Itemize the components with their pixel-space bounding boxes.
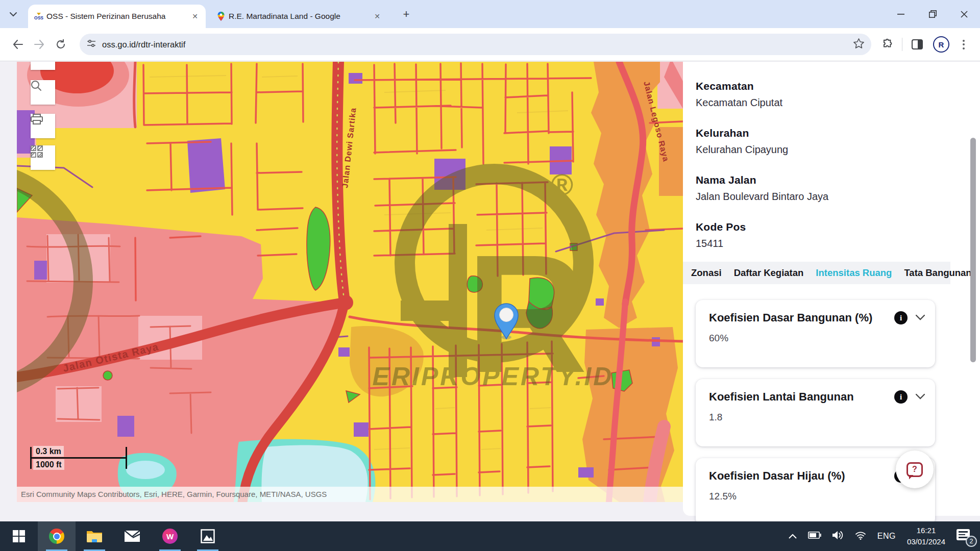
scale-ft-label: 1000 ft <box>33 459 64 470</box>
windows-taskbar: W ENG 16:21 03/01/2024 2 <box>0 521 980 551</box>
info-icon[interactable]: i <box>894 311 908 324</box>
system-tray: ENG 16:21 03/01/2024 2 <box>789 521 980 551</box>
back-button[interactable] <box>7 34 29 55</box>
oss-favicon: OSS <box>34 12 43 21</box>
browser-titlebar: OSS OSS - Sistem Perizinan Berusaha ✕ R.… <box>0 0 980 28</box>
taskbar-photos-icon[interactable] <box>189 521 227 551</box>
reload-button[interactable] <box>50 34 71 55</box>
close-window-button[interactable] <box>948 0 980 28</box>
scale-km-label: 0.3 km <box>33 446 64 457</box>
card-kdb: Koefisien Dasar Bangunan (%) i 60% <box>696 300 935 367</box>
profile-avatar[interactable]: R <box>933 36 949 53</box>
page-content: Jalan Otista Raya Jalan Dewi Sartika Jal… <box>0 62 980 521</box>
help-fab[interactable]: ? <box>896 450 934 488</box>
taskbar-wps-icon[interactable]: W <box>151 521 189 551</box>
svg-text:ERIPROPERTY.ID: ERIPROPERTY.ID <box>373 362 614 391</box>
side-panel-icon[interactable] <box>906 34 928 55</box>
tab-close-icon[interactable]: ✕ <box>372 11 383 22</box>
notification-badge: 2 <box>966 536 977 547</box>
url-text[interactable]: oss.go.id/rdtr-interaktif <box>102 40 853 49</box>
bookmark-star-icon[interactable] <box>853 38 864 51</box>
tab-intensitas-ruang[interactable]: Intensitas Ruang <box>816 267 892 279</box>
forward-button[interactable] <box>29 34 50 55</box>
map-zoom-button-partial[interactable] <box>31 62 55 70</box>
rdtr-map[interactable]: Jalan Otista Raya Jalan Dewi Sartika Jal… <box>17 62 683 502</box>
tab-tata-bangunan[interactable]: Tata Bangunan <box>904 267 971 279</box>
chevron-down-icon[interactable] <box>916 313 925 322</box>
tray-chevron-icon[interactable] <box>789 532 797 541</box>
location-fields: Kecamatan Kecamatan Ciputat Kelurahan Ke… <box>683 62 980 249</box>
map-search-button[interactable] <box>31 80 55 105</box>
map-canvas[interactable]: Jalan Otista Raya Jalan Dewi Sartika Jal… <box>17 62 683 502</box>
card-value: 60% <box>709 333 925 344</box>
map-scalebar: 0.3 km 1000 ft <box>30 446 128 470</box>
window-controls <box>885 0 980 28</box>
clock[interactable]: 16:21 03/01/2024 <box>907 525 945 547</box>
panel-tabs: Zonasi Daftar Kegiatan Intensitas Ruang … <box>683 262 950 284</box>
clock-time: 16:21 <box>917 526 936 535</box>
info-panel: Kecamatan Kecamatan Ciputat Kelurahan Ke… <box>683 62 980 516</box>
google-maps-favicon <box>216 12 226 21</box>
restore-button[interactable] <box>917 0 948 28</box>
tab-title: R.E. Martadinata Land - Google <box>229 12 369 21</box>
field-kelurahan: Kelurahan Kelurahan Cipayung <box>696 127 980 156</box>
address-bar[interactable]: oss.go.id/rdtr-interaktif <box>80 34 871 55</box>
browser-toolbar: oss.go.id/rdtr-interaktif R <box>0 28 980 61</box>
field-kode-pos: Kode Pos 15411 <box>696 221 980 249</box>
svg-text:®: ® <box>551 168 573 202</box>
tab-close-icon[interactable]: ✕ <box>189 11 201 22</box>
field-kecamatan: Kecamatan Kecamatan Ciputat <box>696 80 980 109</box>
tab-zonasi[interactable]: Zonasi <box>691 267 722 279</box>
tab-title: OSS - Sistem Perizinan Berusaha <box>46 12 186 21</box>
tab-oss[interactable]: OSS OSS - Sistem Perizinan Berusaha ✕ <box>28 5 206 28</box>
battery-icon[interactable] <box>808 532 821 541</box>
field-nama-jalan: Nama Jalan Jalan Boulevard Bintaro Jaya <box>696 174 980 203</box>
map-basemap-button[interactable] <box>31 145 55 170</box>
minimize-button[interactable] <box>885 0 917 28</box>
map-print-button[interactable] <box>31 114 55 138</box>
site-settings-icon[interactable] <box>87 39 96 49</box>
page-scrollbar[interactable] <box>970 138 976 362</box>
taskbar-mail-icon[interactable] <box>113 521 151 551</box>
tab-search-icon[interactable] <box>6 7 20 21</box>
tab-google-maps[interactable]: R.E. Martadinata Land - Google ✕ <box>210 5 388 28</box>
card-klb: Koefisien Lantai Bangunan i 1.8 <box>696 379 935 446</box>
help-icon: ? <box>906 462 923 477</box>
wifi-icon[interactable] <box>855 531 866 542</box>
notification-center-icon[interactable]: 2 <box>957 529 972 543</box>
browser-menu-icon[interactable] <box>954 34 973 55</box>
card-value: 1.8 <box>709 412 925 423</box>
map-attribution: Esri Community Maps Contributors, Esri, … <box>17 487 683 502</box>
volume-icon[interactable] <box>832 531 844 542</box>
chevron-down-icon[interactable] <box>916 392 925 402</box>
intensity-cards: Koefisien Dasar Bangunan (%) i 60% Koefi… <box>696 300 935 537</box>
taskbar-chrome-icon[interactable] <box>38 521 76 551</box>
clock-date: 03/01/2024 <box>907 537 945 546</box>
tab-daftar-kegiatan[interactable]: Daftar Kegiatan <box>734 267 804 279</box>
start-button[interactable] <box>0 521 38 551</box>
card-value: 12.5% <box>709 491 925 502</box>
language-indicator[interactable]: ENG <box>877 532 896 541</box>
toolbar-divider <box>902 38 902 51</box>
extensions-icon[interactable] <box>876 34 898 55</box>
taskbar-explorer-icon[interactable] <box>76 521 113 551</box>
new-tab-button[interactable]: + <box>399 7 413 21</box>
info-icon[interactable]: i <box>894 390 908 404</box>
